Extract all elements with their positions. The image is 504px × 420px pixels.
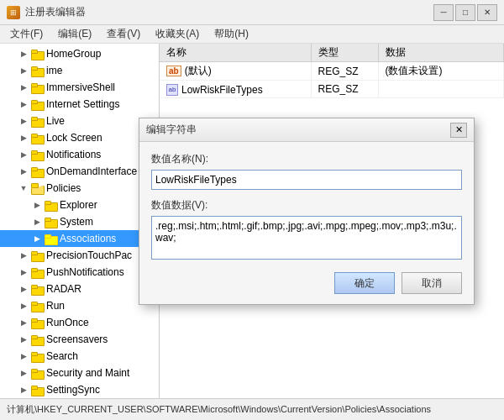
dialog-titlebar: 编辑字符串 ✕ (139, 118, 474, 142)
data-textarea[interactable]: .reg;.msi;.htm;.html;.gif;.bmp;.jpg;.avi… (151, 216, 462, 260)
cancel-button[interactable]: 取消 (402, 272, 462, 294)
name-label: 数值名称(N): (151, 152, 462, 166)
dialog-buttons: 确定 取消 (151, 272, 462, 294)
ok-button[interactable]: 确定 (334, 272, 395, 294)
edit-string-dialog: 编辑字符串 ✕ 数值名称(N): 数值数据(V): .reg;.msi;.htm… (139, 118, 475, 305)
status-path: 计算机\HKEY_CURRENT_USER\SOFTWARE\Microsoft… (7, 403, 431, 416)
dialog-title: 编辑字符串 (146, 123, 197, 137)
app-window: ⊞ 注册表编辑器 ─ □ ✕ 文件(F) 编辑(E) 查看(V) 收藏夹(A) … (0, 0, 504, 420)
dialog-body: 数值名称(N): 数值数据(V): .reg;.msi;.htm;.html;.… (139, 142, 474, 304)
dialog-close-button[interactable]: ✕ (450, 123, 467, 138)
data-label: 数值数据(V): (151, 198, 462, 213)
status-bar: 计算机\HKEY_CURRENT_USER\SOFTWARE\Microsoft… (0, 398, 504, 420)
name-input[interactable] (151, 170, 462, 190)
dialog-overlay: 编辑字符串 ✕ 数值名称(N): 数值数据(V): .reg;.msi;.htm… (0, 0, 504, 398)
